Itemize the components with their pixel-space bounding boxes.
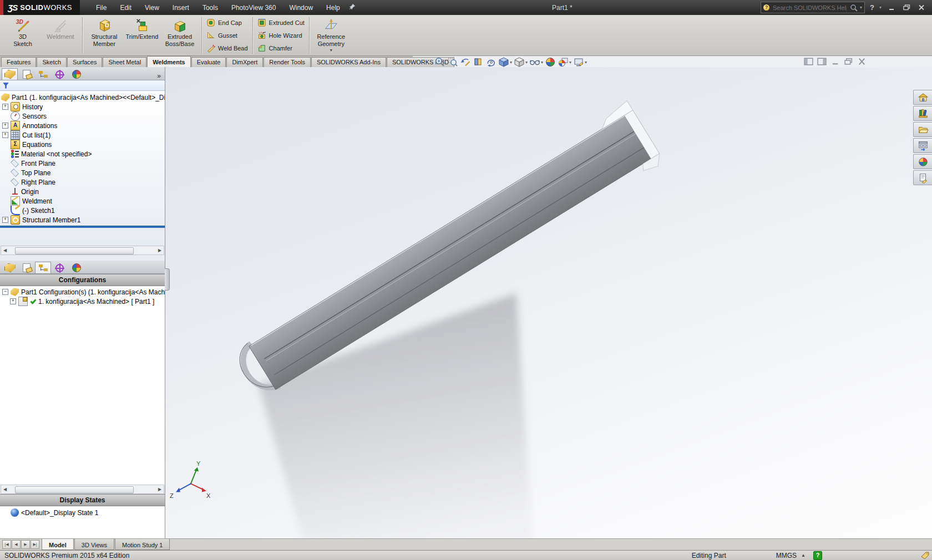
search-dropdown-caret[interactable]: ▾ bbox=[860, 5, 862, 10]
tab-scroll-next-button[interactable]: ▶ bbox=[21, 540, 30, 549]
tree-item-origin[interactable]: Origin bbox=[0, 187, 165, 196]
panel-tab-displaymanager[interactable] bbox=[68, 68, 84, 80]
units-selector[interactable]: MMGS▲ bbox=[776, 552, 806, 559]
tab-weldments[interactable]: Weldments bbox=[147, 56, 190, 67]
trim-extend-button[interactable]: Trim/Extend bbox=[124, 16, 160, 55]
expand-icon[interactable]: + bbox=[2, 217, 8, 223]
tab-sheet-metal[interactable]: Sheet Metal bbox=[103, 57, 146, 67]
help-search-box[interactable]: ? ▾ bbox=[761, 2, 865, 13]
menu-help[interactable]: Help bbox=[320, 2, 346, 14]
close-button[interactable] bbox=[916, 3, 926, 12]
tab-dimxpert[interactable]: DimXpert bbox=[226, 57, 263, 67]
tree-item-top-plane[interactable]: Top Plane bbox=[0, 168, 165, 177]
taskpane-appearances-scenes-button[interactable] bbox=[913, 154, 932, 169]
apply-scene-button[interactable]: ▾ bbox=[557, 57, 572, 68]
tree-item-annotations[interactable]: +Annotations bbox=[0, 121, 165, 130]
rollback-bar[interactable] bbox=[0, 226, 165, 228]
pane-right-button[interactable] bbox=[817, 58, 827, 65]
panel-tab-configurationmanager[interactable] bbox=[35, 68, 51, 80]
edit-appearance-button[interactable] bbox=[544, 57, 556, 68]
close-button[interactable] bbox=[857, 58, 867, 65]
tree-item-right-plane[interactable]: Right Plane bbox=[0, 177, 165, 187]
scroll-right-icon[interactable]: ▶ bbox=[156, 487, 164, 492]
view-orientation-button[interactable]: ▾ bbox=[498, 57, 513, 68]
dropdown-caret-icon[interactable]: ▾ bbox=[525, 60, 528, 65]
scroll-left-icon[interactable]: ◀ bbox=[1, 248, 9, 253]
scroll-thumb[interactable] bbox=[15, 486, 134, 493]
panel-tab-featuremanager[interactable] bbox=[2, 68, 18, 80]
extruded-boss-base-button[interactable]: ExtrudedBoss/Base bbox=[161, 16, 198, 55]
help-button[interactable]: ? bbox=[870, 3, 874, 12]
panel-tab-displaymanager[interactable] bbox=[68, 262, 84, 273]
tree-hscrollbar[interactable]: ◀ ▶ bbox=[1, 246, 164, 255]
tab-surfaces[interactable]: Surfaces bbox=[67, 57, 102, 67]
expand-icon[interactable]: + bbox=[2, 104, 8, 110]
taskpane-design-library-button[interactable] bbox=[913, 106, 932, 121]
taskpane-solidworks-resources-button[interactable] bbox=[913, 90, 932, 105]
config-row[interactable]: +1. konfiguracija<As Machined> [ Part1 ] bbox=[0, 297, 165, 306]
structural-member-button[interactable]: StructuralMember bbox=[86, 16, 123, 55]
3d-sketch-button[interactable]: 3D3DSketch bbox=[4, 16, 41, 55]
dropdown-caret-icon[interactable]: ▾ bbox=[510, 60, 512, 65]
tree-item-weldment[interactable]: Weldment bbox=[0, 196, 165, 206]
tree-item-cut-list-1[interactable]: +Cut list(1) bbox=[0, 130, 165, 140]
search-input[interactable] bbox=[772, 4, 848, 12]
minimize-button[interactable] bbox=[887, 3, 896, 12]
panel-tabs-overflow[interactable]: » bbox=[155, 72, 163, 80]
expand-icon[interactable]: + bbox=[10, 298, 16, 304]
expand-icon[interactable]: + bbox=[2, 123, 8, 129]
feature-tree-root[interactable]: Part1 (1. konfiguracija<As Machined><<De… bbox=[0, 93, 165, 102]
scroll-left-icon[interactable]: ◀ bbox=[1, 487, 9, 492]
zoom-to-fit-button[interactable] bbox=[434, 57, 446, 68]
display-state-row[interactable]: <Default>_Display State 1 bbox=[0, 508, 165, 517]
help-dropdown-caret[interactable]: ▾ bbox=[879, 5, 882, 10]
pin-icon[interactable] bbox=[348, 3, 356, 13]
panel-tab-configurationmanager[interactable] bbox=[35, 262, 51, 273]
tree-item-sensors[interactable]: Sensors bbox=[0, 111, 165, 121]
tab-evaluate[interactable]: Evaluate bbox=[191, 57, 226, 67]
taskpane-custom-properties-button[interactable] bbox=[913, 170, 932, 185]
doc-tab-motion-study-1[interactable]: Motion Study 1 bbox=[115, 539, 170, 550]
dropdown-caret-icon[interactable]: ▾ bbox=[569, 60, 571, 65]
panel-tab-featuremanager[interactable] bbox=[2, 262, 18, 273]
restore-button[interactable] bbox=[844, 58, 853, 65]
display-style-button[interactable]: ▾ bbox=[513, 57, 528, 68]
config-hscrollbar[interactable]: ◀ ▶ bbox=[1, 485, 164, 494]
search-icon[interactable] bbox=[850, 4, 858, 12]
scroll-thumb[interactable] bbox=[15, 247, 134, 254]
restore-button[interactable] bbox=[901, 3, 911, 12]
rotate-view-button[interactable] bbox=[485, 57, 497, 68]
tree-item-structural-member1[interactable]: +Structural Member1 bbox=[0, 215, 165, 225]
panel-tab-dimxpertmanager[interactable] bbox=[52, 68, 68, 80]
pane-left-button[interactable] bbox=[804, 58, 813, 65]
tab-scroll-last-button[interactable]: ▶| bbox=[31, 540, 39, 549]
zoom-to-area-button[interactable] bbox=[447, 57, 459, 68]
tree-filter-row[interactable] bbox=[0, 80, 165, 91]
tag-icon[interactable] bbox=[921, 552, 930, 559]
tree-item-front-plane[interactable]: Front Plane bbox=[0, 159, 165, 168]
tree-item-equations[interactable]: Equations bbox=[0, 140, 165, 149]
previous-view-button[interactable] bbox=[459, 57, 472, 68]
tab-features[interactable]: Features bbox=[1, 57, 36, 67]
tree-item-material-not-specified[interactable]: Material <not specified> bbox=[0, 149, 165, 159]
panel-tab-dimxpertmanager[interactable] bbox=[52, 262, 68, 273]
chamfer-button[interactable]: Chamfer bbox=[256, 43, 306, 54]
dropdown-caret-icon[interactable]: ▾ bbox=[585, 60, 587, 65]
section-view-button[interactable] bbox=[472, 57, 484, 68]
menu-file[interactable]: File bbox=[90, 2, 113, 14]
taskpane-view-palette-button[interactable] bbox=[913, 138, 932, 153]
config-row[interactable]: −Part1 Configuration(s) (1. konfiguracij… bbox=[0, 287, 165, 297]
menu-insert[interactable]: Insert bbox=[166, 2, 195, 14]
tab-solidworks-add-ins[interactable]: SOLIDWORKS Add-Ins bbox=[311, 57, 386, 67]
weld-bead-button[interactable]: Weld Bead bbox=[205, 43, 249, 54]
tree-item-sketch1[interactable]: (-) Sketch1 bbox=[0, 206, 165, 215]
dropdown-caret-icon[interactable]: ▾ bbox=[541, 60, 543, 65]
menu-edit[interactable]: Edit bbox=[114, 2, 138, 14]
tab-scroll-prev-button[interactable]: ◀ bbox=[12, 540, 21, 549]
scroll-track[interactable] bbox=[9, 486, 156, 493]
reference-geometry-button[interactable]: ReferenceGeometry▾ bbox=[313, 16, 350, 55]
panel-tab-propertymanager[interactable] bbox=[18, 68, 34, 80]
menu-tools[interactable]: Tools bbox=[196, 2, 224, 14]
doc-tab-3d-views[interactable]: 3D Views bbox=[74, 539, 114, 550]
doc-tab-model[interactable]: Model bbox=[42, 539, 74, 550]
